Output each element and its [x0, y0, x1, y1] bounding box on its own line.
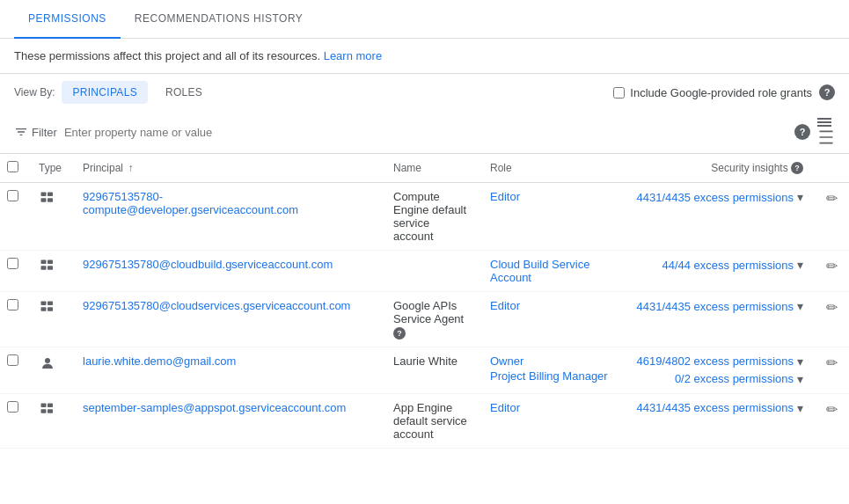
view-by-right: Include Google-provided role grants ? [613, 84, 835, 100]
security-value: 4431/4435 excess permissions [637, 401, 794, 414]
svg-rect-9 [48, 302, 53, 306]
service-account-icon [39, 258, 56, 275]
filter-label: Filter [32, 126, 57, 139]
table-row: 929675135780@cloudservices.gserviceaccou… [0, 292, 849, 347]
dropdown-arrow-icon[interactable]: ▾ [797, 190, 803, 204]
filter-bar: Filter ? [0, 111, 849, 154]
filter-input[interactable] [64, 126, 787, 139]
dropdown-arrow-icon[interactable]: ▾ [797, 299, 803, 313]
principal-link[interactable]: 929675135780@cloudbuild.gserviceaccount.… [83, 258, 333, 271]
info-text: These permissions affect this project an… [14, 49, 320, 62]
dropdown-arrow-icon[interactable]: ▾ [797, 354, 803, 369]
svg-rect-6 [41, 266, 47, 270]
security-value: 0/2 excess permissions [675, 372, 794, 385]
security-value: 44/44 excess permissions [662, 259, 794, 272]
role-link[interactable]: Editor [490, 190, 520, 203]
svg-rect-0 [41, 193, 47, 197]
role-link[interactable]: Owner [490, 354, 523, 368]
principal-link[interactable]: 929675135780@cloudservices.gserviceaccou… [83, 299, 350, 312]
view-by-bar: View By: PRINCIPALS ROLES Include Google… [0, 74, 849, 111]
tab-permissions[interactable]: PERMISSIONS [14, 0, 121, 39]
role-link[interactable]: Project Billing Manager [490, 369, 608, 383]
row-checkbox[interactable] [7, 258, 18, 269]
action-header [814, 154, 849, 183]
filter-right: ? [794, 118, 835, 146]
filter-icon-area: Filter [14, 125, 57, 139]
view-by-left: View By: PRINCIPALS ROLES [14, 81, 213, 104]
svg-rect-16 [48, 409, 53, 413]
edit-icon[interactable]: ✏ [826, 355, 838, 370]
select-all-checkbox[interactable] [7, 161, 18, 172]
svg-rect-3 [48, 198, 53, 202]
row-checkbox[interactable] [7, 190, 18, 201]
table-row: 929675135780-compute@developer.gservicea… [0, 183, 849, 251]
service-account-icon [39, 190, 56, 208]
role-link[interactable]: Editor [490, 299, 520, 312]
tabs-bar: PERMISSIONS RECOMMENDATIONS HISTORY [0, 0, 849, 39]
svg-rect-11 [48, 307, 53, 311]
learn-more-link[interactable]: Learn more [324, 49, 382, 62]
principal-link[interactable]: laurie.white.demo@gmail.com [83, 354, 236, 368]
security-value: 4431/4435 excess permissions [637, 191, 794, 204]
svg-rect-13 [41, 403, 47, 407]
dropdown-arrow-icon[interactable]: ▾ [797, 372, 803, 386]
svg-rect-1 [48, 193, 53, 197]
select-all-header[interactable] [0, 154, 28, 183]
role-link[interactable]: Cloud Build Service Account [490, 258, 589, 284]
roles-view-button[interactable]: ROLES [155, 81, 213, 104]
svg-point-12 [45, 358, 50, 363]
filter-help-icon[interactable]: ? [794, 124, 810, 140]
dropdown-arrow-icon[interactable]: ▾ [797, 401, 803, 415]
svg-rect-8 [41, 302, 47, 306]
view-by-label: View By: [14, 86, 55, 99]
svg-rect-7 [48, 266, 53, 270]
include-checkbox[interactable] [613, 87, 625, 99]
service-account-icon [39, 299, 56, 317]
principals-view-button[interactable]: PRINCIPALS [62, 81, 147, 104]
svg-rect-2 [41, 198, 47, 202]
role-header: Role [479, 154, 620, 183]
table-row: 929675135780@cloudbuild.gserviceaccount.… [0, 251, 849, 292]
permissions-table: Type Principal ↑ Name Role Security insi… [0, 154, 849, 449]
tab-recommendations[interactable]: RECOMMENDATIONS HISTORY [121, 0, 318, 39]
svg-rect-10 [41, 307, 47, 311]
include-label-text: Include Google-provided role grants [630, 86, 812, 99]
security-help-icon[interactable]: ? [791, 162, 803, 174]
svg-rect-14 [48, 403, 53, 407]
info-bar: These permissions affect this project an… [0, 39, 849, 74]
columns-icon[interactable] [817, 118, 835, 146]
table-row: september-samples@appspot.gserviceaccoun… [0, 393, 849, 448]
security-value: 4619/4802 excess permissions [637, 354, 794, 368]
name-help-icon[interactable]: ? [393, 327, 406, 340]
principal-header[interactable]: Principal ↑ [72, 154, 383, 183]
edit-icon[interactable]: ✏ [826, 259, 838, 274]
sort-arrow-icon: ↑ [128, 162, 133, 174]
role-link[interactable]: Editor [490, 401, 520, 414]
principal-link[interactable]: september-samples@appspot.gserviceaccoun… [83, 401, 346, 414]
edit-icon[interactable]: ✏ [826, 191, 838, 206]
type-header: Type [28, 154, 72, 183]
edit-icon[interactable]: ✏ [826, 300, 838, 315]
row-checkbox[interactable] [7, 401, 18, 413]
person-icon [39, 354, 56, 372]
svg-rect-5 [48, 260, 53, 265]
dropdown-arrow-icon[interactable]: ▾ [797, 258, 803, 272]
edit-icon[interactable]: ✏ [826, 402, 838, 417]
principal-link[interactable]: 929675135780-compute@developer.gservicea… [83, 190, 298, 216]
table-row: laurie.white.demo@gmail.com Laurie White… [0, 347, 849, 393]
row-checkbox[interactable] [7, 354, 18, 366]
name-header: Name [383, 154, 479, 183]
row-checkbox[interactable] [7, 299, 18, 310]
service-account-icon [39, 401, 56, 419]
svg-rect-15 [41, 409, 47, 413]
security-value: 4431/4435 excess permissions [637, 300, 794, 313]
include-checkbox-label[interactable]: Include Google-provided role grants [613, 86, 812, 99]
security-header: Security insights ? [620, 154, 814, 183]
include-help-icon[interactable]: ? [819, 84, 835, 100]
svg-rect-4 [41, 260, 47, 265]
